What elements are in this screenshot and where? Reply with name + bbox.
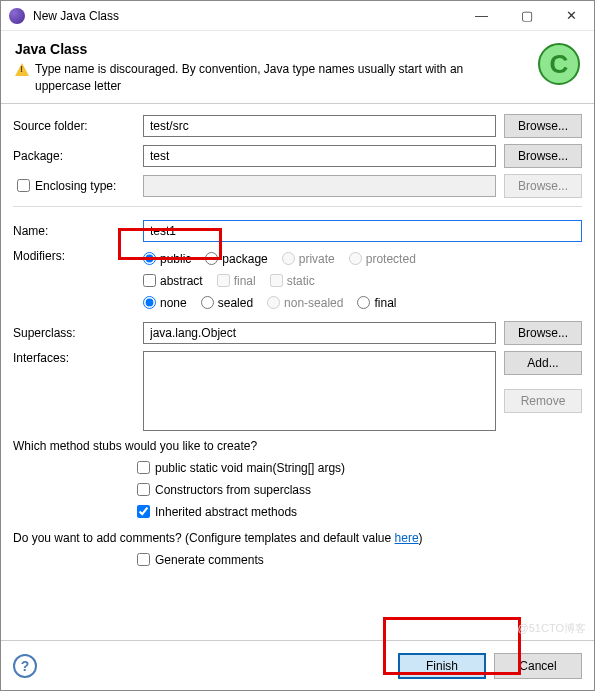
class-wizard-icon: C bbox=[534, 39, 584, 89]
minimize-button[interactable]: — bbox=[459, 1, 504, 31]
browse-superclass-button[interactable]: Browse... bbox=[504, 321, 582, 345]
maximize-button[interactable]: ▢ bbox=[504, 1, 549, 31]
modifier-final2-radio[interactable]: final bbox=[357, 296, 396, 310]
comments-question: Do you want to add comments? (Configure … bbox=[13, 531, 582, 545]
source-folder-label: Source folder: bbox=[13, 119, 143, 133]
enclosing-type-input bbox=[143, 175, 496, 197]
browse-enclosing-button: Browse... bbox=[504, 174, 582, 198]
add-interface-button[interactable]: Add... bbox=[504, 351, 582, 375]
footer: ? Finish Cancel bbox=[1, 640, 594, 690]
configure-here-link[interactable]: here bbox=[395, 531, 419, 545]
finish-button[interactable]: Finish bbox=[398, 653, 486, 679]
stubs-question: Which method stubs would you like to cre… bbox=[13, 439, 582, 453]
modifier-package-radio[interactable]: package bbox=[205, 252, 267, 266]
modifier-none-radio[interactable]: none bbox=[143, 296, 187, 310]
enclosing-type-checkbox[interactable]: Enclosing type: bbox=[13, 176, 116, 195]
source-folder-input[interactable] bbox=[143, 115, 496, 137]
modifier-abstract-check[interactable]: abstract bbox=[143, 274, 203, 288]
generate-comments-check[interactable]: Generate comments bbox=[133, 550, 264, 569]
modifier-public-radio[interactable]: public bbox=[143, 252, 191, 266]
watermark: @51CTO博客 bbox=[518, 621, 586, 636]
help-icon[interactable]: ? bbox=[13, 654, 37, 678]
interfaces-list[interactable] bbox=[143, 351, 496, 431]
warning-icon bbox=[15, 63, 29, 76]
name-input[interactable] bbox=[143, 220, 582, 242]
modifier-final-check: final bbox=[217, 274, 256, 288]
package-label: Package: bbox=[13, 149, 143, 163]
package-input[interactable] bbox=[143, 145, 496, 167]
cancel-button[interactable]: Cancel bbox=[494, 653, 582, 679]
svg-text:C: C bbox=[550, 49, 569, 79]
interfaces-label: Interfaces: bbox=[13, 351, 143, 365]
modifiers-label: Modifiers: bbox=[13, 249, 143, 263]
modifier-private-radio: private bbox=[282, 252, 335, 266]
superclass-label: Superclass: bbox=[13, 326, 143, 340]
stub-inherited-check[interactable]: Inherited abstract methods bbox=[133, 502, 297, 521]
modifier-sealed-radio[interactable]: sealed bbox=[201, 296, 253, 310]
stub-constructors-check[interactable]: Constructors from superclass bbox=[133, 480, 311, 499]
superclass-input[interactable] bbox=[143, 322, 496, 344]
modifier-protected-radio: protected bbox=[349, 252, 416, 266]
browse-package-button[interactable]: Browse... bbox=[504, 144, 582, 168]
title-bar: New Java Class — ▢ ✕ bbox=[1, 1, 594, 31]
banner: Java Class Type name is discouraged. By … bbox=[1, 31, 594, 104]
separator bbox=[13, 206, 582, 207]
stub-main-check[interactable]: public static void main(String[] args) bbox=[133, 458, 345, 477]
modifier-nonsealed-radio: non-sealed bbox=[267, 296, 343, 310]
banner-title: Java Class bbox=[15, 41, 510, 57]
modifier-static-check: static bbox=[270, 274, 315, 288]
close-button[interactable]: ✕ bbox=[549, 1, 594, 31]
name-label: Name: bbox=[13, 224, 143, 238]
browse-source-button[interactable]: Browse... bbox=[504, 114, 582, 138]
window-title: New Java Class bbox=[33, 9, 459, 23]
app-icon bbox=[9, 8, 25, 24]
remove-interface-button: Remove bbox=[504, 389, 582, 413]
form: Source folder: Browse... Package: Browse… bbox=[1, 104, 594, 581]
banner-warning: Type name is discouraged. By convention,… bbox=[35, 61, 510, 95]
